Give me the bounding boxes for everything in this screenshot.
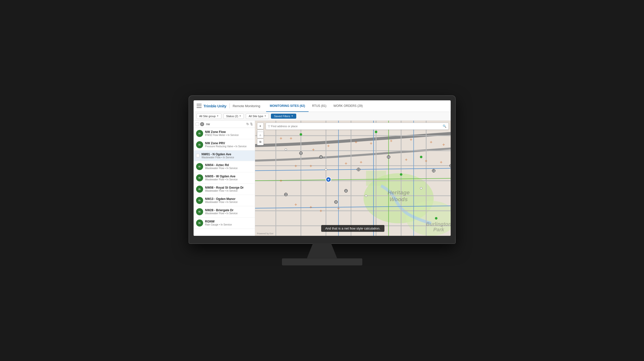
site-details: IFM32 Flow Meter • In Service [205, 134, 252, 136]
map-area[interactable]: ✛ ✛ ✛ ✛ ✛ ✛ ✛ ✛ ✛ ✛ ✛ ✛ [255, 121, 451, 236]
svg-text:✛: ✛ [312, 148, 315, 151]
svg-point-50 [365, 195, 367, 197]
svg-text:✛: ✛ [310, 164, 312, 168]
map-background: ✛ ✛ ✛ ✛ ✛ ✛ ✛ ✛ ✛ ✛ ✛ ✛ [255, 121, 451, 236]
list-item[interactable]: IS NW13 - Ogden Manor Wastewater Flow • … [194, 195, 255, 206]
sort-icon[interactable]: ⇅ [250, 122, 253, 126]
svg-point-48 [285, 148, 287, 150]
site-details: Wastewater Flow • In Service [205, 212, 252, 215]
svg-text:✛: ✛ [405, 158, 407, 161]
svg-text:✛: ✛ [410, 138, 412, 141]
tab-monitoring-sites[interactable]: MONITORING SITES (62) [266, 101, 308, 112]
site-info: NW01 - N Ogden Ave Wastewater Flow • In … [202, 153, 252, 159]
main-content: ✕ ↻ ⇅ IS NW Zon [194, 121, 451, 236]
avatar: IS [196, 141, 203, 148]
site-list: IS NW Zone Flow IFM32 Flow Meter • In Se… [194, 128, 255, 236]
map-search-input[interactable] [271, 125, 442, 128]
list-item[interactable]: IS NW28 - Briergate Dr Wastewater Flow •… [194, 206, 255, 218]
svg-text:✛: ✛ [370, 141, 372, 145]
avatar: IS [196, 220, 203, 227]
list-item[interactable]: IS RGNW Rain Gauge • In Service [194, 218, 255, 229]
list-item[interactable]: IS NW Zone Flow IFM32 Flow Meter • In Se… [194, 128, 255, 139]
brand: Trimble Unity Remote Monitoring [204, 103, 260, 108]
svg-text:✛: ✛ [355, 140, 357, 144]
site-type-filter[interactable]: All Site type ▼ [246, 113, 269, 119]
site-name: NW28 - Briergate Dr [205, 208, 252, 212]
search-bar: ✕ ↻ ⇅ [194, 121, 255, 128]
zoom-in-button[interactable]: + [257, 123, 264, 129]
site-info: NW08 - Royal St George Dr Wastewater Flo… [205, 186, 252, 192]
site-group-filter[interactable]: All Site group ▼ [197, 113, 221, 119]
monitor-stand-base [282, 258, 362, 265]
refresh-icon[interactable]: ↻ [246, 122, 249, 126]
svg-point-44 [375, 130, 377, 133]
tab-work-orders[interactable]: WORK ORDERS (29) [330, 101, 366, 112]
monitor: Trimble Unity Remote Monitoring MONITORI… [189, 96, 455, 265]
home-icon[interactable]: ⌂ [257, 132, 264, 138]
tab-rtus[interactable]: RTUS (81) [309, 101, 330, 112]
site-name: NW08 - Royal St George Dr [205, 186, 252, 189]
site-info: NW13 - Ogden Manor Wastewater Flow • In … [205, 197, 252, 203]
svg-point-45 [420, 156, 422, 158]
screen-bezel: Trimble Unity Remote Monitoring MONITORI… [189, 96, 455, 243]
site-name: NW05 - W Ogden Ave [205, 175, 252, 178]
saved-filters-button[interactable]: Saved Filters ▼ [271, 114, 296, 119]
select-all-checkbox[interactable] [196, 122, 199, 126]
svg-point-47 [435, 217, 437, 220]
avatar: IS [196, 130, 203, 137]
svg-point-49 [325, 168, 327, 170]
svg-text:✛: ✛ [345, 162, 347, 165]
chevron-down-icon: ▼ [264, 115, 266, 117]
svg-text:✛: ✛ [279, 136, 282, 140]
chevron-down-icon: ▼ [217, 115, 219, 117]
list-item[interactable]: IS NW04 - Aztec Rd Wastewater Flow • In … [194, 161, 255, 172]
svg-text:Park: Park [433, 227, 444, 232]
chevron-down-icon: ▼ [239, 115, 241, 117]
avatar: IS [196, 197, 203, 204]
search-clear-button[interactable]: ✕ [200, 122, 204, 126]
map-search-bar[interactable]: ▽ 🔍 [266, 123, 449, 130]
svg-point-46 [400, 173, 402, 176]
caption: And that is a net flow style calculation… [321, 225, 384, 232]
svg-text:Heritage: Heritage [387, 189, 409, 196]
svg-point-43 [300, 133, 302, 135]
list-item[interactable]: IS NW08 - Royal St George Dr Wastewater … [194, 184, 255, 195]
svg-text:⊕: ⊕ [327, 178, 329, 181]
brand-logo: Trimble Unity [204, 104, 226, 108]
site-name: NW04 - Aztec Rd [205, 163, 252, 167]
list-item[interactable]: IS NW05 - W Ogden Ave Wastewater Flow • … [194, 172, 255, 184]
site-details: Wastewater Flow • In Service [205, 167, 252, 170]
svg-text:✛: ✛ [289, 136, 292, 140]
svg-text:✛: ✛ [295, 203, 297, 206]
site-name: NW Zone PRV [205, 141, 252, 145]
search-actions: ↻ ⇅ [246, 122, 253, 126]
site-name: RGNW [205, 220, 252, 223]
svg-text:Woods: Woods [389, 196, 408, 202]
site-name: NW01 - N Ogden Ave [202, 153, 252, 156]
chevron-down-icon: ▼ [291, 115, 293, 117]
list-item[interactable]: IS NW Zone PRV Pressure Reducing Valve •… [194, 139, 255, 151]
filter-icon: ▽ [268, 124, 270, 128]
monitor-stand-neck [307, 243, 337, 258]
hamburger-menu[interactable] [197, 104, 202, 108]
brand-divider [229, 103, 230, 108]
search-input[interactable] [205, 122, 245, 126]
avatar: IS [196, 163, 203, 170]
top-nav: Trimble Unity Remote Monitoring MONITORI… [194, 100, 451, 112]
svg-text:✛: ✛ [440, 160, 442, 164]
svg-text:✛: ✛ [430, 140, 432, 144]
svg-text:✛: ✛ [295, 164, 297, 168]
avatar: IS [196, 174, 203, 181]
site-info: NW28 - Briergate Dr Wastewater Flow • In… [205, 208, 252, 215]
item-checkbox[interactable] [196, 154, 200, 157]
svg-point-51 [420, 187, 422, 189]
svg-text:✛: ✛ [442, 143, 445, 146]
status-filter[interactable]: Status (2) ▼ [223, 113, 244, 119]
search-icon[interactable]: 🔍 [443, 124, 446, 128]
list-item[interactable]: NW01 - N Ogden Ave Wastewater Flow • In … [194, 151, 255, 161]
layers-icon[interactable]: ⧉ [257, 139, 264, 145]
site-details: Pressure Reducing Valve • In Service [205, 145, 252, 148]
svg-text:Burlington: Burlington [426, 221, 450, 227]
svg-text:✛: ✛ [360, 160, 362, 164]
svg-text:✛: ✛ [337, 207, 340, 210]
